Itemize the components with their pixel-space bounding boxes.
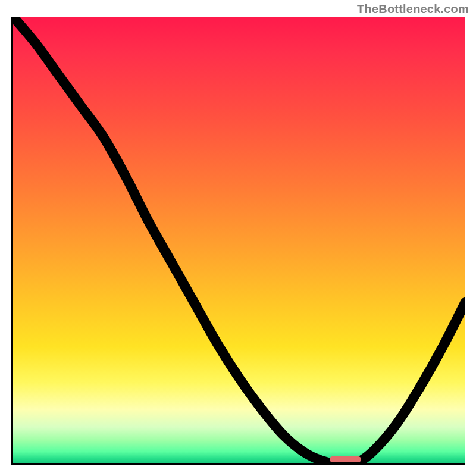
bottleneck-curve xyxy=(13,17,465,463)
plot-area xyxy=(13,17,465,463)
plot-frame xyxy=(11,17,465,465)
optimal-range-marker xyxy=(330,456,361,462)
chart-container: TheBottleneck.com xyxy=(0,0,476,476)
watermark-text: TheBottleneck.com xyxy=(357,2,469,16)
